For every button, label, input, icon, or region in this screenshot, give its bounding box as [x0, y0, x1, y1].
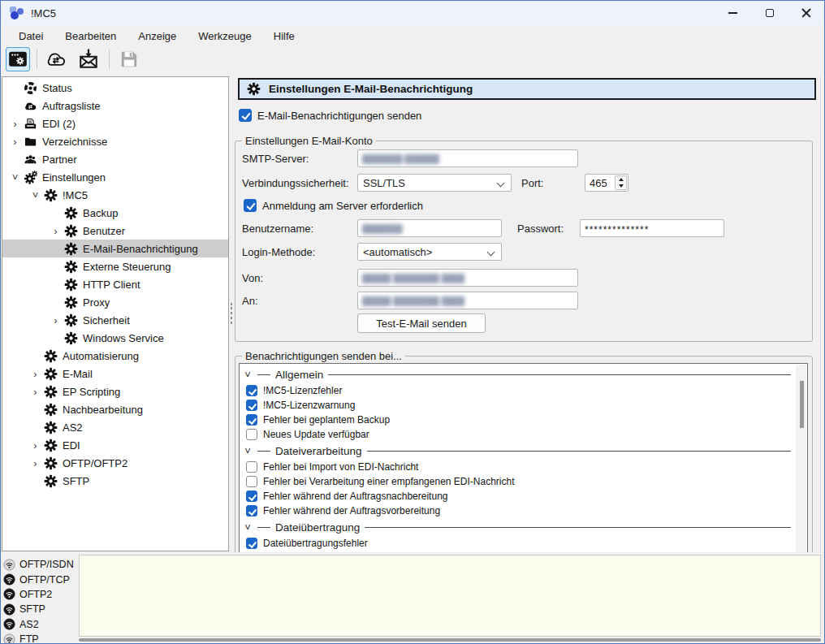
connection-ftp[interactable]: FTP — [3, 632, 74, 644]
menu-datei[interactable]: Datei — [19, 30, 43, 42]
sidebar-item-verzeichnisse[interactable]: ›Verzeichnisse — [2, 132, 228, 150]
panel-header: Einstellungen E-Mail-Benachrichtigung — [238, 78, 816, 100]
connection-oftp-isdn[interactable]: OFTP/ISDN — [3, 557, 74, 572]
collapse-chevron-icon[interactable]: ˅ — [27, 189, 44, 201]
connection-as2[interactable]: AS2 — [3, 617, 74, 632]
wifi-icon — [3, 633, 15, 644]
menu-bar: Datei Bearbeiten Anzeige Werkzeuge Hilfe — [1, 25, 824, 46]
horizontal-scrollbar[interactable] — [79, 638, 821, 642]
checkbox[interactable] — [246, 476, 257, 487]
wifi-icon — [3, 559, 15, 571]
sidebar-item-email-benachrichtigung[interactable]: E-Mail-Benachrichtigung — [2, 240, 228, 257]
checkbox[interactable] — [246, 429, 257, 440]
expand-chevron-icon[interactable]: › — [47, 225, 64, 237]
sidebar-item-externe-steuerung[interactable]: Externe Steuerung — [2, 257, 228, 275]
to-input[interactable]: █████ ████████ ████ — [357, 292, 578, 309]
status-view-button[interactable] — [6, 47, 30, 71]
checkbox[interactable] — [246, 491, 257, 502]
expand-chevron-icon[interactable]: › — [6, 136, 24, 148]
sidebar-item-edi[interactable]: ›EDI (2) — [2, 115, 228, 132]
sidebar-item-proxy[interactable]: Proxy — [2, 293, 228, 311]
connection-oftp2[interactable]: OFTP2 — [3, 587, 74, 602]
expand-chevron-icon[interactable]: › — [6, 118, 24, 130]
checkbox[interactable] — [246, 461, 257, 473]
expand-chevron-icon[interactable]: › — [47, 314, 64, 326]
sidebar-item-sicherheit[interactable]: ›Sicherheit — [2, 311, 228, 329]
sidebar-item-mc5[interactable]: ˅!MC5 — [2, 186, 228, 204]
sidebar-item-email[interactable]: ›E-Mail — [2, 365, 228, 383]
sidebar-item-einstellungen[interactable]: ˅Einstellungen — [2, 168, 228, 186]
menu-werkzeuge[interactable]: Werkzeuge — [198, 30, 252, 42]
mail-receive-button[interactable] — [76, 47, 101, 71]
menu-bearbeiten[interactable]: Bearbeiten — [65, 30, 116, 42]
password-input[interactable]: ************** — [580, 219, 724, 237]
app-window: !MC5 Datei Bearbeiten Anzeige Werkzeuge … — [0, 0, 825, 644]
section-dateiuebertragung[interactable]: ˅ Dateiübertragung — [240, 518, 807, 536]
expand-chevron-icon[interactable]: › — [27, 368, 44, 380]
checkbox[interactable] — [246, 400, 257, 411]
sidebar-item-nachbearbeitung[interactable]: Nachbearbeitung — [2, 400, 228, 418]
main-scrollbar[interactable] — [820, 76, 825, 552]
username-label: Benutzername: — [242, 223, 313, 235]
test-email-button[interactable]: Test-E-Mail senden — [357, 313, 486, 333]
sidebar-item-auftragsliste[interactable]: Auftragsliste — [2, 97, 228, 115]
checkbox[interactable] — [246, 505, 257, 516]
maximize-button[interactable] — [751, 1, 788, 25]
checkbox[interactable] — [246, 385, 257, 396]
login-method-label: Login-Methode: — [242, 246, 315, 258]
gear-icon — [247, 82, 261, 96]
notification-item: !MC5-Lizenzwarnung — [240, 398, 807, 413]
smtp-server-input[interactable]: ███████ ██████ — [357, 149, 578, 167]
sidebar-item-sftp[interactable]: SFTP — [2, 472, 228, 490]
toolbar-separator — [109, 50, 110, 69]
sidebar-item-backup[interactable]: Backup — [2, 204, 228, 222]
sidebar-item-automatisierung[interactable]: Automatisierung — [2, 347, 228, 365]
collapse-chevron-icon: ˅ — [243, 445, 253, 457]
sidebar-item-edi-settings[interactable]: ›EDI — [2, 436, 228, 454]
menu-hilfe[interactable]: Hilfe — [274, 30, 295, 42]
port-spinner[interactable]: 465 — [585, 174, 628, 192]
connection-oftp-tcp[interactable]: OFTP/TCP — [3, 572, 74, 586]
checkbox[interactable] — [246, 414, 257, 426]
people-icon — [24, 153, 37, 166]
notification-item: Neues Update verfügbar — [240, 427, 807, 442]
send-notifications-checkbox[interactable] — [239, 109, 252, 122]
sidebar-item-partner[interactable]: Partner — [2, 150, 228, 168]
log-panel[interactable] — [79, 555, 821, 637]
expand-chevron-icon[interactable]: › — [27, 386, 44, 398]
list-scrollbar-thumb[interactable] — [800, 381, 804, 428]
auth-required-checkbox[interactable] — [244, 199, 257, 212]
redacted-value: █████ ████████ ████ — [362, 296, 464, 305]
cloud-sync-button[interactable] — [44, 47, 68, 71]
from-input[interactable]: █████ ████████ ████ — [357, 269, 578, 287]
spinner-up-button[interactable] — [616, 176, 626, 183]
section-allgemein[interactable]: ˅ Allgemein — [240, 365, 807, 383]
minimize-button[interactable] — [715, 1, 751, 25]
expand-chevron-icon[interactable]: › — [27, 439, 44, 452]
menu-anzeige[interactable]: Anzeige — [138, 30, 176, 42]
spinner-down-button[interactable] — [616, 183, 626, 189]
notification-item: Fehler bei geplantem Backup — [240, 413, 807, 427]
section-dateiverarbeitung[interactable]: ˅ Dateiverarbeitung — [240, 442, 807, 460]
mail-download-icon — [78, 49, 99, 70]
login-method-select[interactable]: <automatisch> — [357, 243, 502, 261]
gear-icon — [44, 474, 58, 488]
checkbox[interactable] — [246, 538, 257, 549]
sidebar-item-benutzer[interactable]: ›Benutzer — [2, 222, 228, 240]
expand-chevron-icon[interactable]: › — [27, 457, 44, 469]
sidebar-item-as2[interactable]: AS2 — [2, 418, 228, 436]
gear-icon — [44, 349, 58, 363]
collapse-chevron-icon[interactable]: ˅ — [6, 171, 24, 184]
sidebar-item-ep-scripting[interactable]: ›EP Scripting — [2, 383, 228, 400]
sidebar-item-oftp-oftp2[interactable]: ›OFTP/OFTP2 — [2, 454, 228, 472]
sidebar-item-status[interactable]: Status — [2, 79, 228, 97]
close-button[interactable] — [788, 1, 824, 25]
divider — [367, 451, 791, 452]
gear-icon — [44, 421, 58, 434]
gear-icon — [44, 456, 58, 470]
connection-sftp[interactable]: SFTP — [3, 602, 74, 616]
username-input[interactable]: ███████ — [357, 219, 502, 237]
sidebar-item-windows-service[interactable]: Windows Service — [2, 329, 228, 347]
sidebar-item-http-client[interactable]: HTTP Client — [2, 275, 228, 293]
connection-security-select[interactable]: SSL/TLS — [357, 174, 512, 192]
